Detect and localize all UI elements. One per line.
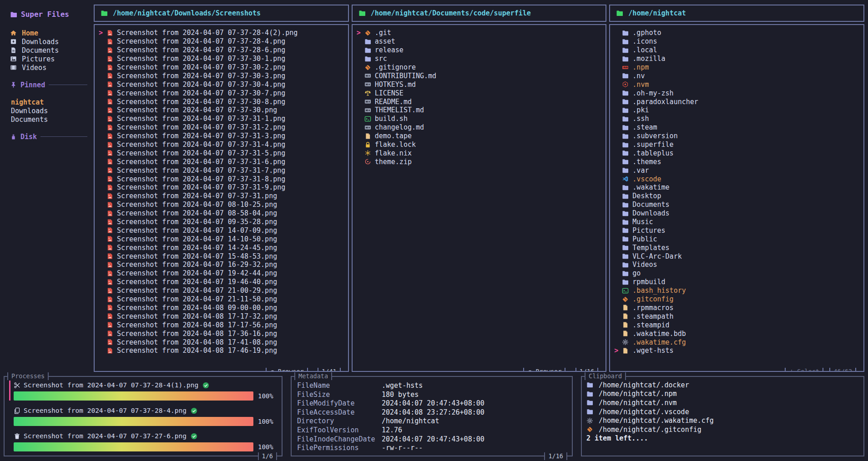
file-row[interactable]: Screenshot from 2024-04-07 08-58-04.png [95, 209, 348, 218]
file-row[interactable]: Downloads [610, 209, 863, 218]
process-item[interactable]: Screenshot from 2024-04-07 07-37-27-6.pn… [9, 431, 276, 451]
file-row[interactable]: .mozilla [610, 55, 863, 63]
file-row[interactable]: Screenshot from 2024-04-07 07-37-31-9.pn… [95, 183, 348, 192]
file-list[interactable]: >Screenshot from 2024-04-07 07-37-28-4(2… [94, 24, 349, 372]
file-row[interactable]: >.wget-hsts [610, 346, 863, 355]
file-row[interactable]: changelog.md [353, 123, 606, 132]
file-list[interactable]: .gphoto.icons.local.mozilla.npm.nv.nvm.o… [609, 24, 864, 372]
file-row[interactable]: VLC-Arc-Dark [610, 252, 863, 261]
file-row[interactable]: Screenshot from 2024-04-07 21-11-50.png [95, 295, 348, 304]
sidebar-item-pictures[interactable]: Pictures [10, 55, 89, 63]
file-row[interactable]: Screenshot from 2024-04-07 07-37-28-4.pn… [95, 37, 348, 46]
file-row[interactable]: .steam [610, 123, 863, 132]
file-row[interactable]: LICENSE [353, 89, 606, 97]
file-row[interactable]: Pictures [610, 226, 863, 235]
file-row[interactable]: Screenshot from 2024-04-08 17-36-16.png [95, 329, 348, 338]
sidebar-pinned-item[interactable]: Downloads [10, 106, 89, 115]
sidebar-item-home[interactable]: Home [10, 29, 89, 37]
file-row[interactable]: .icons [610, 37, 863, 46]
file-row[interactable]: Screenshot from 2024-04-07 07-37-30-3.pn… [95, 71, 348, 80]
file-row[interactable]: Screenshot from 2024-04-07 07-37-30.png [95, 106, 348, 115]
sidebar-pinned-item[interactable]: nightcat [10, 98, 89, 106]
file-row[interactable]: Screenshot from 2024-04-07 08-10-25.png [95, 200, 348, 209]
file-row[interactable]: Screenshot from 2024-04-07 07-37-30-2.pn… [95, 63, 348, 72]
file-row[interactable]: Screenshot from 2024-04-07 14-24-45.png [95, 243, 348, 252]
file-row[interactable]: CONTRIBUTING.md [353, 71, 606, 80]
file-row[interactable]: asset [353, 37, 606, 46]
file-row[interactable]: .rpmmacros [610, 304, 863, 312]
file-row[interactable]: Music [610, 218, 863, 226]
file-row[interactable]: Screenshot from 2024-04-07 09-35-28.png [95, 218, 348, 226]
file-row[interactable]: build.sh [353, 115, 606, 123]
file-row[interactable]: Screenshot from 2024-04-07 19-46-40.png [95, 278, 348, 286]
file-row[interactable]: .steampath [610, 312, 863, 321]
file-row[interactable]: Screenshot from 2024-04-07 15-48-53.png [95, 252, 348, 261]
file-row[interactable]: theme.zip [353, 157, 606, 166]
file-row[interactable]: Desktop [610, 192, 863, 200]
file-row[interactable]: Screenshot from 2024-04-07 21-00-29.png [95, 286, 348, 295]
file-row[interactable]: Screenshot from 2024-04-08 09-00-00.png [95, 304, 348, 312]
file-row[interactable]: flake.nix [353, 149, 606, 157]
file-row[interactable]: Documents [610, 200, 863, 209]
file-row[interactable]: Screenshot from 2024-04-07 16-29-32.png [95, 261, 348, 269]
file-row[interactable]: Screenshot from 2024-04-07 07-37-31-8.pn… [95, 175, 348, 183]
file-row[interactable]: .pki [610, 106, 863, 115]
file-row[interactable]: release [353, 46, 606, 55]
file-row[interactable]: Public [610, 235, 863, 243]
file-row[interactable]: Screenshot from 2024-04-08 17-41-08.png [95, 338, 348, 346]
file-row[interactable]: Screenshot from 2024-04-07 14-07-09.png [95, 226, 348, 235]
file-row[interactable]: >Screenshot from 2024-04-07 07-37-28-4(2… [95, 29, 348, 37]
file-row[interactable]: .ssh [610, 115, 863, 123]
file-row[interactable]: src [353, 55, 606, 63]
file-row[interactable]: Screenshot from 2024-04-07 07-37-31-3.pn… [95, 132, 348, 140]
file-row[interactable]: rpmbuild [610, 278, 863, 286]
sidebar-item-videos[interactable]: Videos [10, 63, 89, 72]
file-row[interactable]: Screenshot from 2024-04-07 07-37-31-2.pn… [95, 123, 348, 132]
file-row[interactable]: .nv [610, 71, 863, 80]
file-row[interactable]: Screenshot from 2024-04-07 07-37-30-4.pn… [95, 80, 348, 89]
file-row[interactable]: .steampid [610, 321, 863, 329]
file-row[interactable]: go [610, 269, 863, 278]
file-row[interactable]: .themes [610, 157, 863, 166]
file-row[interactable]: .bash_history [610, 286, 863, 295]
process-item[interactable]: Screenshot from 2024-04-07 07-37-28-4.pn… [9, 406, 276, 426]
file-row[interactable]: .gphoto [610, 29, 863, 37]
file-row[interactable]: .nvm [610, 80, 863, 89]
file-row[interactable]: Screenshot from 2024-04-07 07-37-31.png [95, 192, 348, 200]
file-row[interactable]: .wakatime [610, 183, 863, 192]
process-item[interactable]: Screenshot from 2024-04-07 07-37-28-4(1)… [9, 381, 276, 401]
file-row[interactable]: Screenshot from 2024-04-08 17-17-32.png [95, 312, 348, 321]
file-row[interactable]: Screenshot from 2024-04-07 07-37-31-4.pn… [95, 140, 348, 149]
file-row[interactable]: THEMELIST.md [353, 106, 606, 115]
file-row[interactable]: .gitconfig [610, 295, 863, 304]
file-row[interactable]: Screenshot from 2024-04-08 17-17-56.png [95, 321, 348, 329]
file-row[interactable]: .vscode [610, 175, 863, 183]
file-list[interactable]: >.gitassetreleasesrc.gitignoreCONTRIBUTI… [352, 24, 607, 372]
sidebar-item-documents[interactable]: Documents [10, 46, 89, 55]
file-row[interactable]: .paradoxlauncher [610, 97, 863, 106]
file-row[interactable]: .wakatime.cfg [610, 338, 863, 346]
file-row[interactable]: Screenshot from 2024-04-07 07-37-30-8.pn… [95, 97, 348, 106]
file-row[interactable]: .oh-my-zsh [610, 89, 863, 97]
file-row[interactable]: flake.lock [353, 140, 606, 149]
file-row[interactable]: README.md [353, 97, 606, 106]
sidebar-item-downloads[interactable]: Downloads [10, 37, 89, 46]
file-row[interactable]: Screenshot from 2024-04-07 14-10-50.png [95, 235, 348, 243]
file-row[interactable]: Screenshot from 2024-04-07 19-42-44.png [95, 269, 348, 278]
file-row[interactable]: Screenshot from 2024-04-08 17-46-19.png [95, 346, 348, 355]
file-row[interactable]: >.git [353, 29, 606, 37]
file-row[interactable]: .wakatime.bdb [610, 329, 863, 338]
file-row[interactable]: .npm [610, 63, 863, 72]
file-row[interactable]: Screenshot from 2024-04-07 07-37-31-6.pn… [95, 157, 348, 166]
file-row[interactable]: Videos [610, 261, 863, 269]
file-row[interactable]: HOTKEYS.md [353, 80, 606, 89]
file-row[interactable]: demo.tape [353, 132, 606, 140]
sidebar-pinned-item[interactable]: Documents [10, 115, 89, 124]
file-row[interactable]: .tableplus [610, 149, 863, 157]
file-row[interactable]: Screenshot from 2024-04-07 07-37-31-7.pn… [95, 166, 348, 175]
file-row[interactable]: Screenshot from 2024-04-07 07-37-31-1.pn… [95, 115, 348, 123]
file-row[interactable]: Screenshot from 2024-04-07 07-37-30-7.pn… [95, 89, 348, 97]
file-row[interactable]: Screenshot from 2024-04-07 07-37-30-1.pn… [95, 55, 348, 63]
file-row[interactable]: Screenshot from 2024-04-07 07-37-31-5.pn… [95, 149, 348, 157]
file-row[interactable]: .gitignore [353, 63, 606, 72]
